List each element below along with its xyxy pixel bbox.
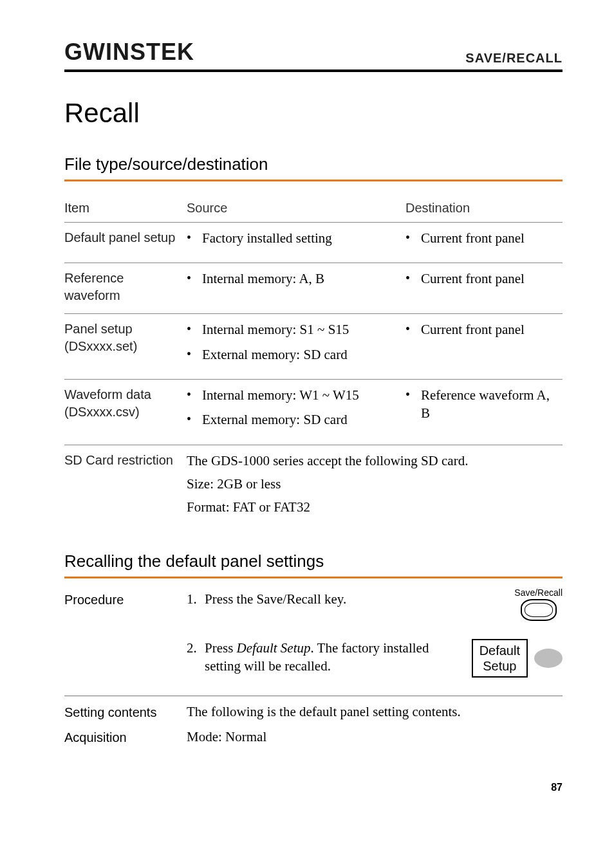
procedure-step: 1. Press the Save/Recall key. Save/Recal… (187, 590, 563, 621)
row-item: Waveform data (DSxxxx.csv) (64, 380, 187, 445)
row-source-item: Internal memory: W1 ~ W15 (187, 386, 402, 404)
row-item: Panel setup (DSxxxx.set) (64, 314, 187, 379)
row-dest-item: Current front panel (405, 270, 559, 288)
step-number: 2. (187, 639, 197, 657)
key-caption: Save/Recall (514, 587, 563, 598)
procedure-label: Procedure (64, 590, 187, 696)
row-dest-item: Reference waveform A, B (405, 386, 559, 423)
setting-contents-text: The following is the default panel setti… (187, 703, 563, 721)
section-divider (64, 180, 563, 181)
default-setup-softkey-icon: Default Setup (472, 639, 563, 678)
step-number: 1. (187, 590, 197, 608)
row-source-item: Factory installed setting (187, 229, 402, 247)
brand-logo: GWINSTEK (64, 39, 194, 66)
table-row: Panel setup (DSxxxx.set) Internal memory… (64, 314, 563, 379)
acquisition-text: Mode: Normal (187, 728, 563, 746)
table-row: Default panel setup Factory installed se… (64, 223, 563, 263)
col-source-header: Source (187, 193, 405, 222)
oval-button-icon (521, 599, 557, 621)
sd-card-text: The GDS-1000 series accept the following… (187, 445, 563, 526)
row-source-item: External memory: SD card (187, 346, 402, 364)
softkey-button-icon (534, 649, 563, 668)
header-divider (64, 69, 563, 72)
table-row: Reference waveform Internal memory: A, B… (64, 263, 563, 313)
row-item: Default panel setup (64, 223, 187, 263)
col-item-header: Item (64, 193, 187, 222)
section-recall-heading: Recalling the default panel settings (64, 551, 563, 571)
step-text: Press the Save/Recall key. (205, 591, 346, 607)
row-dest-item: Current front panel (405, 320, 559, 338)
setting-contents-label: Setting contents (64, 703, 187, 721)
page-title: Recall (64, 98, 563, 129)
procedure-step: 2. Press Default Setup. The factory inst… (187, 639, 563, 678)
section-file-type-heading: File type/source/destination (64, 154, 563, 174)
row-item: Reference waveform (64, 263, 187, 313)
acquisition-label: Acquisition (64, 728, 187, 746)
table-row: Waveform data (DSxxxx.csv) Internal memo… (64, 380, 563, 445)
section-divider (64, 577, 563, 578)
row-source-item: Internal memory: S1 ~ S15 (187, 320, 402, 338)
brand-logo-text: GWINSTEK (64, 39, 194, 66)
row-source-item: Internal memory: A, B (187, 270, 402, 288)
col-destination-header: Destination (405, 193, 563, 222)
sd-card-row: SD Card restriction The GDS-1000 series … (64, 445, 563, 526)
sd-card-label: SD Card restriction (64, 445, 187, 526)
breadcrumb: SAVE/RECALL (465, 51, 563, 66)
row-source-item: External memory: SD card (187, 411, 402, 429)
softkey-box: Default Setup (472, 639, 528, 678)
table-header-row: Item Source Destination (64, 193, 563, 222)
page-number: 87 (64, 782, 563, 793)
file-type-table: Item Source Destination Default panel se… (64, 193, 563, 526)
save-recall-key-icon: Save/Recall (514, 587, 563, 621)
step-text: Press Default Setup. The factory install… (205, 640, 429, 674)
row-dest-item: Current front panel (405, 229, 559, 247)
